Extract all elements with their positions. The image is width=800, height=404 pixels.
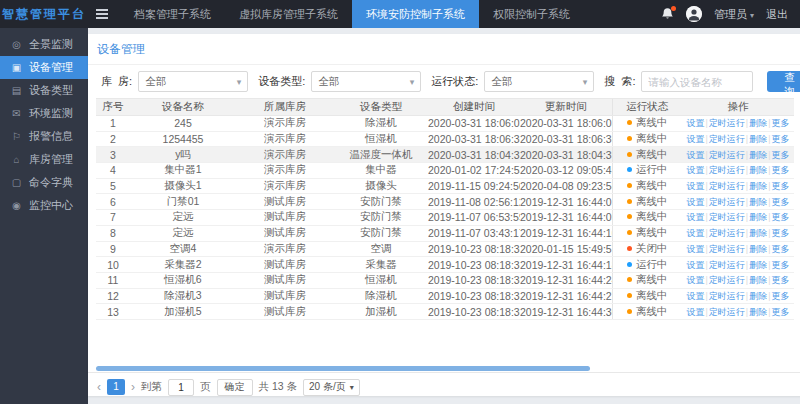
user-menu[interactable]: 管理员 ▾	[714, 7, 754, 22]
device-type-filter[interactable]: 全部▾	[311, 71, 421, 92]
status-dot	[627, 152, 632, 157]
sidebar-item-label: 设备管理	[29, 60, 73, 75]
op-scheduled-run-link[interactable]: 定时运行	[709, 260, 745, 270]
op-delete-link[interactable]: 删除	[749, 244, 767, 254]
op-more-link[interactable]: 更多	[772, 118, 790, 128]
op-settings-link[interactable]: 设置	[686, 275, 704, 285]
goto-confirm-button[interactable]: 确定	[217, 379, 253, 396]
per-page-select[interactable]: 20 条/页 ▾	[303, 379, 360, 396]
op-settings-link[interactable]: 设置	[686, 197, 704, 207]
op-scheduled-run-link[interactable]: 定时运行	[709, 118, 745, 128]
prev-page-button[interactable]: ‹	[97, 381, 101, 393]
logout-button[interactable]: 退出	[766, 7, 788, 22]
search-button[interactable]: 查 询	[767, 71, 800, 92]
op-settings-link[interactable]: 设置	[686, 291, 704, 301]
op-delete-link[interactable]: 删除	[749, 118, 767, 128]
op-more-link[interactable]: 更多	[772, 291, 790, 301]
op-delete-link[interactable]: 删除	[749, 165, 767, 175]
sidebar-item-环境监测[interactable]: ✉环境监测	[0, 102, 88, 125]
tab-environment-security-subsystem[interactable]: 环境安防控制子系统	[352, 0, 479, 28]
goto-page-input[interactable]	[168, 379, 194, 396]
notification-bell-icon[interactable]	[661, 7, 674, 21]
op-settings-link[interactable]: 设置	[686, 165, 704, 175]
table-row[interactable]: 12 除湿机3 测试库房 除湿机 2019-10-23 08:18:36 201…	[96, 288, 794, 304]
sidebar-item-设备管理[interactable]: ▣设备管理	[0, 56, 88, 79]
op-delete-link[interactable]: 删除	[749, 134, 767, 144]
sidebar-item-全景监测[interactable]: ◎全景监测	[0, 33, 88, 56]
op-more-link[interactable]: 更多	[772, 244, 790, 254]
op-settings-link[interactable]: 设置	[686, 307, 704, 317]
table-row[interactable]: 3 y吗 演示库房 温湿度一体机 2020-03-31 18:04:39 202…	[96, 147, 794, 163]
tab-virtual-storeroom-subsystem[interactable]: 虚拟库房管理子系统	[225, 0, 352, 28]
table-row[interactable]: 9 空调4 演示库房 空调 2019-10-23 08:18:36 2020-0…	[96, 241, 794, 257]
op-more-link[interactable]: 更多	[772, 197, 790, 207]
top-nav-tabs: 档案管理子系统虚拟库房管理子系统环境安防控制子系统权限控制子系统	[120, 0, 584, 28]
sidebar-item-命令字典[interactable]: ▢命令字典	[0, 171, 88, 194]
op-more-link[interactable]: 更多	[772, 181, 790, 191]
op-more-link[interactable]: 更多	[772, 212, 790, 222]
op-more-link[interactable]: 更多	[772, 260, 790, 270]
op-more-link[interactable]: 更多	[772, 307, 790, 317]
tab-archive-management-subsystem[interactable]: 档案管理子系统	[120, 0, 225, 28]
table-row[interactable]: 2 1254455 演示库房 恒湿机 2020-03-31 18:06:36 2…	[96, 131, 794, 147]
op-delete-link[interactable]: 删除	[749, 260, 767, 270]
op-settings-link[interactable]: 设置	[686, 118, 704, 128]
table-row[interactable]: 1 245 演示库房 除湿机 2020-03-31 18:06:03 2020-…	[96, 116, 794, 132]
sidebar-item-库房管理[interactable]: ⌂库房管理	[0, 148, 88, 171]
current-page-button[interactable]: 1	[107, 379, 125, 395]
op-scheduled-run-link[interactable]: 定时运行	[709, 197, 745, 207]
op-more-link[interactable]: 更多	[772, 275, 790, 285]
op-more-link[interactable]: 更多	[772, 165, 790, 175]
table-row[interactable]: 4 集中器1 演示库房 集中器 2020-01-02 17:24:55 2020…	[96, 163, 794, 179]
sidebar-item-设备类型[interactable]: ▤设备类型	[0, 79, 88, 102]
op-delete-link[interactable]: 删除	[749, 197, 767, 207]
op-delete-link[interactable]: 删除	[749, 307, 767, 317]
op-scheduled-run-link[interactable]: 定时运行	[709, 212, 745, 222]
search-input[interactable]	[641, 71, 753, 92]
op-scheduled-run-link[interactable]: 定时运行	[709, 150, 745, 160]
op-scheduled-run-link[interactable]: 定时运行	[709, 181, 745, 191]
op-more-link[interactable]: 更多	[772, 134, 790, 144]
op-settings-link[interactable]: 设置	[686, 228, 704, 238]
op-more-link[interactable]: 更多	[772, 228, 790, 238]
op-delete-link[interactable]: 删除	[749, 150, 767, 160]
sidebar-item-监控中心[interactable]: ◉监控中心	[0, 194, 88, 217]
table-row[interactable]: 13 加湿机5 测试库房 加湿机 2019-10-23 08:18:36 201…	[96, 304, 794, 320]
op-scheduled-run-link[interactable]: 定时运行	[709, 307, 745, 317]
table-row[interactable]: 7 定远 测试库房 安防门禁 2019-11-07 06:53:59 2019-…	[96, 210, 794, 226]
op-scheduled-run-link[interactable]: 定时运行	[709, 228, 745, 238]
op-scheduled-run-link[interactable]: 定时运行	[709, 134, 745, 144]
op-delete-link[interactable]: 删除	[749, 212, 767, 222]
table-row[interactable]: 5 摄像头1 演示库房 摄像头 2019-11-15 09:24:50 2020…	[96, 178, 794, 194]
op-scheduled-run-link[interactable]: 定时运行	[709, 244, 745, 254]
device-table: 序号设备名称所属库房设备类型创建时间更新时间运行状态操作 1 245 演示库房 …	[96, 98, 794, 320]
op-delete-link[interactable]: 删除	[749, 275, 767, 285]
op-scheduled-run-link[interactable]: 定时运行	[709, 165, 745, 175]
op-settings-link[interactable]: 设置	[686, 260, 704, 270]
storeroom-filter[interactable]: 全部▾	[138, 71, 248, 92]
run-status-filter[interactable]: 全部▾	[484, 71, 594, 92]
next-page-button[interactable]: ›	[131, 381, 135, 393]
op-settings-link[interactable]: 设置	[686, 150, 704, 160]
table-row[interactable]: 11 恒湿机6 测试库房 恒湿机 2019-10-23 08:18:36 201…	[96, 272, 794, 288]
op-delete-link[interactable]: 删除	[749, 228, 767, 238]
op-scheduled-run-link[interactable]: 定时运行	[709, 291, 745, 301]
status-text: 离线中	[636, 179, 668, 191]
table-row[interactable]: 6 门禁01 测试库房 安防门禁 2019-11-08 02:56:12 201…	[96, 194, 794, 210]
sidebar-item-报警信息[interactable]: ⚐报警信息	[0, 125, 88, 148]
op-delete-link[interactable]: 删除	[749, 181, 767, 191]
op-delete-link[interactable]: 删除	[749, 291, 767, 301]
op-settings-link[interactable]: 设置	[686, 244, 704, 254]
op-more-link[interactable]: 更多	[772, 150, 790, 160]
op-settings-link[interactable]: 设置	[686, 134, 704, 144]
user-avatar[interactable]	[686, 6, 702, 22]
horizontal-scrollbar[interactable]	[96, 366, 590, 371]
op-settings-link[interactable]: 设置	[686, 181, 704, 191]
menu-toggle-icon[interactable]	[96, 7, 108, 21]
table-row[interactable]: 8 定远 测试库房 安防门禁 2019-11-07 03:43:17 2019-…	[96, 225, 794, 241]
tab-permission-control-subsystem[interactable]: 权限控制子系统	[479, 0, 584, 28]
op-scheduled-run-link[interactable]: 定时运行	[709, 275, 745, 285]
op-settings-link[interactable]: 设置	[686, 212, 704, 222]
column-header: 设备名称	[130, 99, 236, 116]
table-row[interactable]: 10 采集器2 测试库房 采集器 2019-10-23 08:18:36 201…	[96, 257, 794, 273]
